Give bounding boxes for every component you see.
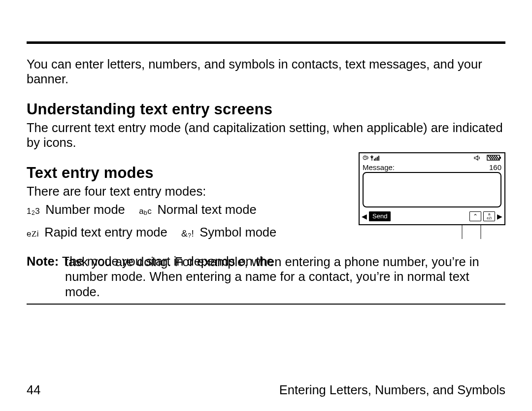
intro-paragraph: You can enter letters, numbers, and symb… [27,57,505,87]
phone-char-count: 160 [489,163,501,171]
normal-mode-label: Normal text mode [157,203,256,216]
shift-icon: ⌃ [473,213,478,220]
left-arrow-icon: ◀ [362,213,367,220]
page-number: 44 [27,383,40,397]
svg-rect-2 [375,158,376,161]
signal-icon [370,155,381,161]
phone-softkey-row: ◀ Send ⌃ aeZi ▶ [360,209,504,224]
softkey-mode: aeZi [483,211,495,221]
callout-lines [359,224,505,241]
softkey-shift: ⌃ [469,211,481,221]
right-arrow-icon: ▶ [497,213,502,220]
modes-list: 123 Number mode abc Normal text mode eZi… [27,199,348,244]
number-mode-icon: 123 [27,204,40,219]
rapid-mode-label: Rapid text entry mode [44,225,167,239]
symbol-mode-icon: &?! [181,225,194,242]
rule-bottom [27,304,505,305]
normal-mode-icon: abc [139,204,152,219]
phone-status-bar [360,153,504,163]
symbol-mode-label: Symbol mode [200,225,276,239]
battery-icon [487,155,501,161]
note-label: Note: [27,254,59,268]
speaker-icon [474,155,482,161]
paragraph-modes-lead: There are four text entry modes: [27,184,348,199]
phone-screen-illustration: Message: 160 ◀ Send ⌃ aeZi [359,152,505,241]
svg-rect-1 [374,159,375,161]
number-mode-label: Number mode [45,203,125,216]
paragraph-understanding: The current text entry mode (and capital… [27,120,505,150]
alert-icon [363,155,369,161]
svg-rect-4 [378,156,379,161]
softkey-send: Send [369,211,391,221]
heading-understanding: Understanding text entry screens [27,101,505,118]
rapid-mode-icon: eZi [27,227,39,242]
mode-indicator-icon: aeZi [487,212,492,220]
phone-text-area [363,172,501,207]
note-block: Note: The mode you start in depends on t… [27,254,505,299]
chapter-title: Entering Letters, Numbers, and Symbols [279,383,505,397]
svg-rect-3 [377,157,378,161]
phone-screen-title: Message: [363,163,395,171]
svg-rect-6 [499,157,501,159]
note-body: task you are doing. For example, when en… [27,254,505,300]
softkey-send-label: Send [372,212,387,220]
rule-top [27,41,505,44]
heading-modes: Text entry modes [27,164,348,182]
